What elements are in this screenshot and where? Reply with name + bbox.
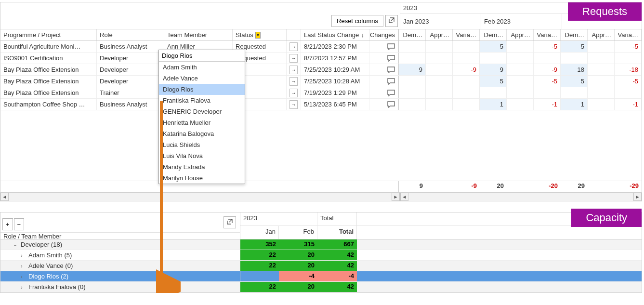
capacity-row[interactable]: ›Frantiska Fialova (0)222042: [0, 282, 642, 292]
total-cell: -20: [534, 181, 561, 192]
scroll-left-icon[interactable]: ◄: [400, 193, 408, 201]
col-project[interactable]: Programme / Project: [0, 29, 97, 40]
requests-hscroll[interactable]: ◄ ► ◄ ►: [0, 192, 642, 201]
col-metric[interactable]: Varia…: [615, 29, 642, 40]
capacity-cell: 22: [240, 250, 279, 260]
capacity-badge: Capacity: [571, 209, 642, 227]
total-cell: -9: [453, 181, 480, 192]
team-member-dropdown[interactable]: Adam SmithAdele VanceDiogo RiosFrantiska…: [158, 50, 245, 184]
scroll-right-icon[interactable]: ►: [633, 193, 642, 201]
cell-project: Southampton Coffee Shop …: [0, 99, 97, 110]
status-go-button[interactable]: →: [289, 42, 298, 51]
reset-columns-button[interactable]: Reset columns: [331, 15, 383, 27]
dropdown-item[interactable]: GENERIC Developer: [159, 106, 245, 117]
comment-icon[interactable]: [387, 43, 395, 50]
dropdown-item[interactable]: Frantiska Fialova: [159, 95, 245, 106]
col-total[interactable]: Total: [317, 226, 357, 239]
dropdown-list[interactable]: Adam SmithAdele VanceDiogo RiosFrantiska…: [159, 62, 245, 184]
status-go-button[interactable]: →: [289, 54, 298, 63]
col-metric[interactable]: Dem…: [480, 29, 507, 40]
status-go-button[interactable]: →: [289, 100, 298, 109]
status-go-button[interactable]: →: [289, 77, 298, 86]
total-cell: [588, 181, 615, 192]
cell-changes[interactable]: [369, 99, 398, 110]
scroll-right-icon[interactable]: ►: [392, 193, 400, 201]
table-row[interactable]: Bountiful Agriculture Moni…Business Anal…: [0, 41, 642, 53]
chevron-right-icon[interactable]: ›: [21, 284, 27, 290]
popout-icon[interactable]: [223, 216, 236, 228]
col-metric[interactable]: Appr…: [507, 29, 534, 40]
cell-metric: [426, 99, 453, 110]
cell-changes[interactable]: [369, 76, 398, 87]
col-changes[interactable]: Changes: [369, 29, 398, 40]
cell-changes[interactable]: [369, 53, 398, 64]
capacity-cell: 20: [279, 282, 317, 292]
cell-metric: [453, 99, 480, 110]
col-role-member[interactable]: Role / Team Member: [0, 232, 240, 240]
requests-badge: Requests: [568, 2, 642, 21]
capacity-row[interactable]: ›Diogo Rios (2)-4-4: [0, 271, 642, 282]
capacity-row[interactable]: ⌄Developer (18)352315667: [0, 239, 642, 250]
capacity-row[interactable]: ›Adele Vance (0)222042: [0, 261, 642, 271]
comment-icon[interactable]: [387, 90, 395, 96]
col-metric[interactable]: Appr…: [588, 29, 615, 40]
collapse-all-button[interactable]: −: [14, 218, 25, 230]
cell-changes[interactable]: [369, 41, 398, 52]
dropdown-item[interactable]: Luis Vila Nova: [159, 150, 245, 161]
cell-metric: [399, 87, 426, 98]
comment-icon[interactable]: [387, 101, 395, 108]
capacity-row[interactable]: ›Adam Smith (5)222042: [0, 250, 642, 261]
chevron-right-icon[interactable]: ›: [21, 274, 27, 279]
dropdown-item[interactable]: Diogo Rios: [159, 84, 245, 95]
table-row[interactable]: Bay Plaza Office ExtensionDeveloperted→7…: [0, 64, 642, 76]
cell-changes[interactable]: [369, 64, 398, 75]
requests-panel: Requests Reset columns 2023 Jan 2023 Feb…: [0, 2, 642, 201]
col-metric[interactable]: Varia…: [453, 29, 480, 40]
table-row[interactable]: ISO9001 CertificationDeveloperRodrigo Te…: [0, 53, 642, 64]
table-row[interactable]: Bay Plaza Office ExtensionDeveloperted→7…: [0, 76, 642, 87]
dropdown-search-input[interactable]: [159, 50, 245, 62]
dropdown-item[interactable]: Adam Smith: [159, 62, 245, 73]
expand-all-button[interactable]: +: [2, 218, 13, 230]
comment-icon[interactable]: [387, 66, 395, 73]
col-metric[interactable]: Dem…: [561, 29, 588, 40]
comment-icon[interactable]: [387, 55, 395, 62]
popout-icon[interactable]: [385, 15, 398, 27]
status-go-button[interactable]: →: [289, 66, 298, 74]
dropdown-item[interactable]: Mandy Estrada: [159, 161, 245, 172]
cell-changes[interactable]: [369, 87, 398, 98]
comment-icon[interactable]: [387, 78, 395, 85]
dropdown-item[interactable]: Marilyn House: [159, 172, 245, 184]
col-team-member[interactable]: Team Member: [164, 29, 233, 40]
col-jan[interactable]: Jan: [240, 226, 279, 239]
chevron-down-icon[interactable]: ⌄: [13, 241, 20, 248]
dropdown-item[interactable]: Henrietta Mueller: [159, 117, 245, 128]
col-feb[interactable]: Feb: [279, 226, 317, 239]
cell-last-change: 7/25/2023 10:29 AM: [301, 64, 369, 75]
scroll-left-icon[interactable]: ◄: [0, 193, 9, 201]
col-role[interactable]: Role: [97, 29, 164, 40]
cell-metric: [588, 64, 615, 75]
status-go-button[interactable]: →: [289, 89, 298, 97]
col-metric[interactable]: Dem…: [399, 29, 426, 40]
filter-icon[interactable]: ▾: [255, 32, 261, 39]
dropdown-item[interactable]: Adele Vance: [159, 73, 245, 84]
col-status[interactable]: Status ▾: [233, 29, 287, 40]
cell-metric: [561, 53, 588, 64]
table-row[interactable]: Bay Plaza Office ExtensionTrainerted→7/1…: [0, 87, 642, 99]
col-metric[interactable]: Varia…: [534, 29, 561, 40]
chevron-right-icon[interactable]: ›: [21, 263, 27, 269]
cell-metric: [615, 53, 642, 64]
capacity-total-head: Total: [317, 212, 357, 225]
col-metric[interactable]: Appr…: [426, 29, 453, 40]
cell-metric: [426, 87, 453, 98]
chevron-right-icon[interactable]: ›: [21, 252, 27, 258]
cell-last-change: 5/13/2023 6:45 PM: [301, 99, 369, 110]
dropdown-item[interactable]: Lucia Shields: [159, 139, 245, 150]
col-last-status-change[interactable]: Last Status Change: [301, 29, 369, 40]
month-header-jan: Jan 2023: [400, 14, 481, 29]
capacity-cell: 42: [317, 261, 357, 271]
cell-project: Bay Plaza Office Extension: [0, 87, 97, 98]
table-row[interactable]: Southampton Coffee Shop …Business Analys…: [0, 99, 642, 110]
dropdown-item[interactable]: Katarina Balogova: [159, 128, 245, 139]
